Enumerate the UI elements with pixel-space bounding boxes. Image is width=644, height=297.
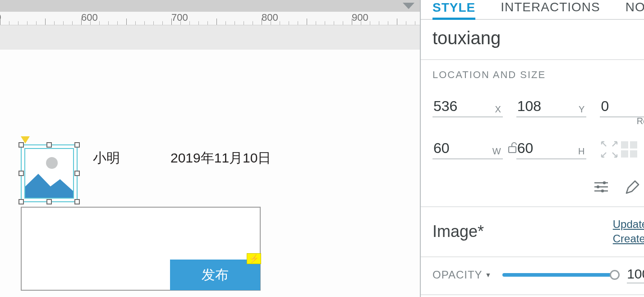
- tab-interactions[interactable]: INTERACTIONS: [501, 0, 600, 19]
- image-style-label: Image*: [432, 222, 484, 241]
- publish-button-label: 发布: [202, 266, 229, 284]
- textarea-widget[interactable]: ⚡ 发布: [21, 207, 261, 291]
- opacity-input[interactable]: [627, 266, 644, 283]
- user-name-label[interactable]: 小明: [93, 149, 120, 167]
- svg-point-11: [603, 181, 606, 184]
- y-field: Y: [516, 97, 587, 117]
- location-size-section: LOCATION AND SIZE X Y ° Rotation W: [421, 59, 644, 206]
- svg-rect-6: [621, 150, 628, 158]
- width-unit: W: [492, 146, 501, 157]
- slider-thumb[interactable]: [610, 270, 620, 280]
- svg-rect-7: [630, 150, 637, 158]
- resize-handle[interactable]: [18, 199, 24, 204]
- image-style-links: Update Create: [613, 217, 644, 246]
- rotation-label: Rotation: [637, 116, 644, 126]
- tab-style[interactable]: STYLE: [432, 0, 475, 20]
- svg-point-12: [597, 186, 599, 188]
- svg-point-13: [601, 190, 604, 192]
- size-constraints-icon[interactable]: [620, 140, 639, 159]
- inspector-tabs: STYLE INTERACTIONS NOTES: [421, 0, 644, 20]
- create-style-link[interactable]: Create: [613, 232, 644, 246]
- y-unit: Y: [579, 104, 584, 115]
- constraints-cell: [600, 139, 644, 159]
- resize-handle[interactable]: [74, 142, 80, 148]
- widget-name[interactable]: touxiang: [421, 20, 644, 59]
- x-field: X: [432, 97, 503, 117]
- x-unit: X: [495, 104, 501, 115]
- height-field: H: [516, 139, 587, 159]
- canvas-area[interactable]: 00 600 700 800 900 小明 2019年11月10: [0, 0, 421, 297]
- x-input[interactable]: [432, 97, 503, 117]
- publish-button[interactable]: ⚡ 发布: [170, 260, 260, 290]
- height-unit: H: [578, 146, 584, 157]
- chevron-down-icon[interactable]: [403, 3, 414, 10]
- pencil-icon[interactable]: [624, 180, 639, 195]
- svg-marker-0: [403, 3, 414, 9]
- svg-rect-4: [621, 141, 628, 148]
- widget-tool-icons: [432, 180, 644, 195]
- section-title: LOCATION AND SIZE: [432, 69, 644, 81]
- inspector-panel: STYLE INTERACTIONS NOTES touxiang LOCATI…: [421, 0, 644, 297]
- resize-handle[interactable]: [18, 171, 24, 176]
- resize-handle[interactable]: [46, 199, 52, 204]
- resize-handle[interactable]: [74, 199, 80, 204]
- toolbar-strip: [0, 0, 420, 12]
- rotation-input[interactable]: [600, 97, 644, 117]
- resize-handle[interactable]: [74, 171, 80, 176]
- opacity-section: OPACITY ▼: [421, 256, 644, 294]
- opacity-slider[interactable]: [502, 273, 616, 277]
- anchor-constraints-icon[interactable]: [600, 140, 619, 159]
- tab-notes[interactable]: NOTES: [626, 0, 644, 19]
- y-input[interactable]: [516, 97, 587, 117]
- selected-image-widget[interactable]: [21, 144, 78, 202]
- image-placeholder: [24, 148, 74, 199]
- settings-sliders-icon[interactable]: [593, 180, 609, 194]
- svg-marker-1: [25, 174, 73, 198]
- lightning-icon: ⚡: [247, 253, 261, 264]
- image-style-section: Image* Update Create: [421, 206, 644, 256]
- resize-handle[interactable]: [46, 142, 52, 148]
- resize-handle[interactable]: [18, 142, 24, 148]
- opacity-label[interactable]: OPACITY ▼: [432, 269, 492, 281]
- width-field: W: [432, 139, 503, 159]
- dropdown-triangle-icon: ▼: [485, 271, 492, 278]
- date-label[interactable]: 2019年11月10日: [170, 149, 271, 167]
- rotation-field: ° Rotation: [600, 97, 644, 117]
- horizontal-ruler: 00 600 700 800 900: [0, 12, 420, 25]
- update-style-link[interactable]: Update: [613, 217, 644, 232]
- svg-rect-5: [630, 141, 637, 148]
- svg-rect-3: [509, 147, 516, 153]
- height-input[interactable]: [516, 139, 587, 159]
- typography-section-header[interactable]: TYPOGRAPHY: [421, 294, 644, 297]
